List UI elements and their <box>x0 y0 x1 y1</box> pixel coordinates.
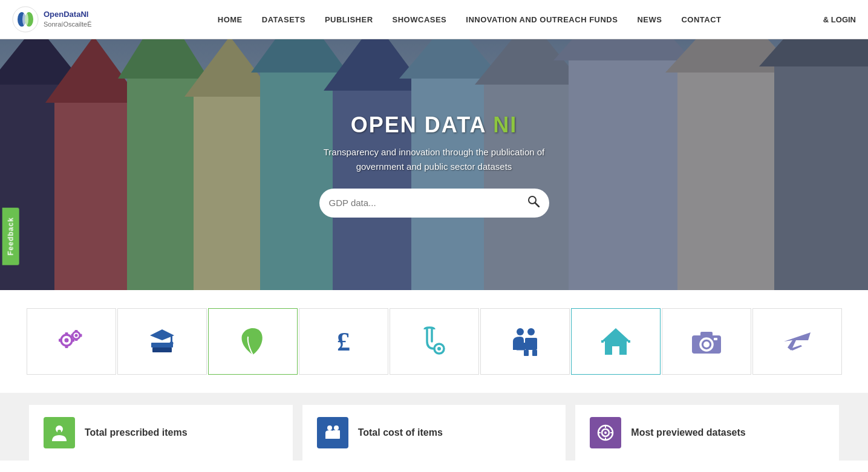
category-people[interactable] <box>480 308 570 375</box>
stat-previewed[interactable]: Most previewed datasets <box>575 405 839 461</box>
svg-line-5 <box>535 203 539 207</box>
svg-rect-45 <box>333 430 340 439</box>
feedback-tab[interactable]: Feedback <box>2 207 19 265</box>
stat-prescribed[interactable]: Total prescribed items <box>29 405 293 461</box>
leaf-icon <box>235 323 271 360</box>
gears-icon <box>53 323 90 360</box>
nav-datasets[interactable]: DATASETS <box>252 15 315 24</box>
search-icon <box>527 195 540 207</box>
stat-previewed-label: Most previewed datasets <box>631 427 745 438</box>
svg-rect-13 <box>72 339 74 342</box>
nav-home[interactable]: HOME <box>208 15 252 24</box>
nav-login[interactable]: & LOGIN <box>823 15 856 24</box>
hero-search-box <box>319 189 549 218</box>
feedback-label: Feedback <box>7 217 15 255</box>
search-button[interactable] <box>527 195 540 210</box>
hero-title: OPEN DATA NI <box>319 112 549 138</box>
svg-rect-16 <box>71 334 73 337</box>
logo[interactable]: OpenDataNI SonraíOscailteÉ <box>12 6 91 33</box>
logo-icon <box>12 6 39 33</box>
svg-point-9 <box>74 334 77 337</box>
categories-section: £ <box>0 290 868 393</box>
search-input[interactable] <box>329 198 527 208</box>
pound-icon: £ <box>325 323 362 360</box>
svg-rect-10 <box>65 332 68 335</box>
svg-rect-28 <box>525 338 537 350</box>
cost-icon-bg <box>317 417 348 448</box>
stat-cost[interactable]: Total cost of items <box>302 405 566 461</box>
nav-innovation[interactable]: INNOVATION AND OUTREACH FUNDS <box>456 15 627 24</box>
category-transport[interactable] <box>752 308 842 375</box>
nav-contact[interactable]: CONTACT <box>671 15 731 24</box>
svg-rect-22 <box>152 348 172 352</box>
prescribed-icon <box>50 423 69 442</box>
svg-rect-14 <box>74 330 77 332</box>
plane-icon <box>779 323 815 360</box>
svg-rect-11 <box>65 346 68 348</box>
svg-point-7 <box>64 338 68 343</box>
nav-news[interactable]: NEWS <box>627 15 671 24</box>
hero-content: OPEN DATA NI Transparency and innovation… <box>319 112 549 218</box>
people-icon <box>507 323 543 360</box>
svg-text:£: £ <box>337 327 350 357</box>
svg-rect-29 <box>524 350 529 356</box>
svg-rect-21 <box>151 343 173 348</box>
stats-section: Total prescribed items Total cost of ite… <box>0 393 868 461</box>
svg-marker-31 <box>601 328 630 341</box>
svg-rect-37 <box>700 332 713 338</box>
category-health[interactable] <box>390 308 479 375</box>
logo-text: OpenDataNI SonraíOscailteÉ <box>44 10 91 28</box>
nav-showcases[interactable]: SHOWCASES <box>383 15 457 24</box>
svg-point-25 <box>437 347 441 351</box>
svg-rect-15 <box>74 339 77 341</box>
category-housing[interactable] <box>571 308 661 375</box>
svg-rect-12 <box>59 339 61 342</box>
category-environment[interactable] <box>208 308 298 375</box>
category-education[interactable] <box>117 308 207 375</box>
svg-point-42 <box>57 430 61 433</box>
svg-rect-33 <box>612 346 619 355</box>
svg-point-3 <box>22 12 28 27</box>
svg-point-44 <box>334 425 339 430</box>
books-icon <box>144 323 180 360</box>
stethoscope-icon <box>416 323 452 360</box>
nav-links: HOME DATASETS PUBLISHER SHOWCASES INNOVA… <box>116 15 823 24</box>
hero-section: OPEN DATA NI Transparency and innovation… <box>0 39 868 290</box>
svg-point-39 <box>703 341 710 348</box>
camera-icon <box>688 323 725 360</box>
svg-point-43 <box>327 425 332 430</box>
prescribed-icon-bg <box>44 417 75 448</box>
svg-rect-34 <box>601 340 604 343</box>
svg-rect-30 <box>532 350 537 356</box>
svg-point-26 <box>517 328 524 335</box>
svg-rect-40 <box>714 338 717 340</box>
stat-prescribed-label: Total prescribed items <box>85 427 188 438</box>
category-economy[interactable]: £ <box>299 308 388 375</box>
cost-icon <box>323 423 342 442</box>
navbar: OpenDataNI SonraíOscailteÉ HOME DATASETS… <box>0 0 868 39</box>
house-icon <box>598 323 634 360</box>
stat-cost-label: Total cost of items <box>358 427 443 438</box>
nav-publisher[interactable]: PUBLISHER <box>315 15 383 24</box>
category-governance[interactable] <box>27 308 116 375</box>
category-tourism[interactable] <box>662 308 751 375</box>
previewed-icon <box>596 423 615 442</box>
svg-point-27 <box>527 328 535 335</box>
previewed-icon-bg <box>590 417 621 448</box>
svg-point-48 <box>604 432 607 434</box>
svg-rect-35 <box>628 340 630 343</box>
svg-rect-17 <box>80 334 82 337</box>
hero-subtitle: Transparency and innovation through the … <box>319 145 549 174</box>
